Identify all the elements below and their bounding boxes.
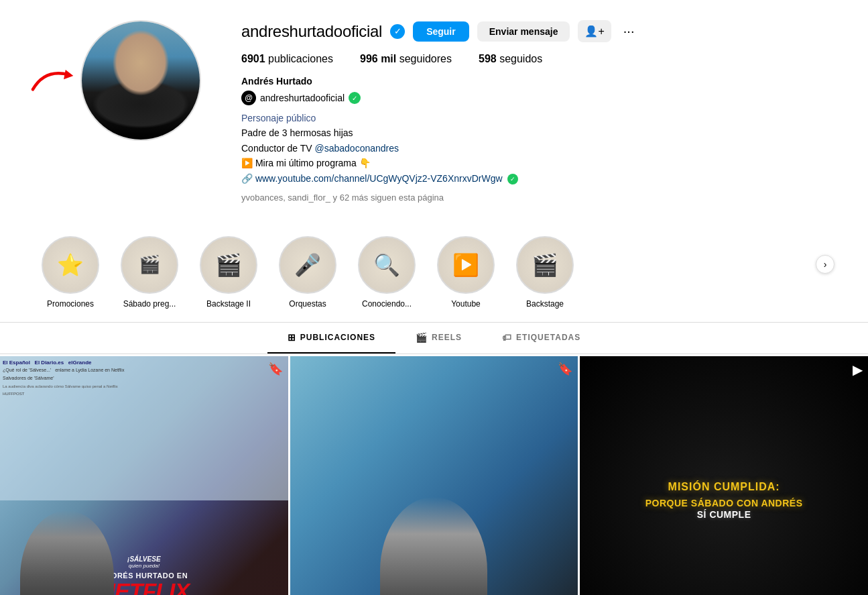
threads-row[interactable]: @ andreshurtadooficial ✓ [241,91,828,105]
tab-publicaciones[interactable]: ⊞ PUBLICACIONES [267,323,395,354]
public-figure-link[interactable]: Personaje público [241,113,316,123]
avatar-wrapper [80,20,201,141]
posts-label-text: publicaciones [268,53,333,64]
bio-line-3: Conductor de TV @sabadoconandres [241,141,828,156]
reels-tab-icon: 🎬 [416,332,428,343]
highlight-circle-backstage: 🎬 [516,236,574,294]
chevron-right-icon: › [824,259,827,270]
highlight-backstage2[interactable]: 🎬 Backstage II [198,236,259,309]
tabs-section: ⊞ PUBLICACIONES 🎬 REELS 🏷 ETIQUETADAS [0,323,868,354]
highlights-section: ⭐ Promociones 🎬 Sábado preg... 🎬 Backsta… [0,223,868,323]
tab-etiquetadas-label: ETIQUETADAS [516,333,580,342]
highlight-label-orquestas: Orquestas [289,299,326,309]
highlight-circle-backstage2: 🎬 [200,236,257,294]
profile-header: andreshurtadooficial ✓ Seguir Enviar men… [241,20,828,42]
add-person-icon: 👤+ [584,25,604,38]
highlight-backstage[interactable]: 🎬 Backstage [515,236,575,309]
highlight-label-sabado: Sábado preg... [123,299,176,309]
tab-publicaciones-label: PUBLICACIONES [300,333,375,342]
mutual-followers[interactable]: yvobances, sandi_flor_ y 62 más siguen e… [241,193,828,203]
tab-etiquetadas[interactable]: 🏷 ETIQUETADAS [482,323,601,354]
highlights-wrapper: ⭐ Promociones 🎬 Sábado preg... 🎬 Backsta… [40,236,828,309]
highlight-promociones[interactable]: ⭐ Promociones [40,236,101,309]
arrow-indicator [27,60,80,101]
url-verified-icon: ✓ [507,174,518,184]
highlight-circle-conociendo: 🔍 [358,236,416,294]
grid-icon: ⊞ [288,332,296,343]
stat-following[interactable]: 598 seguidos [479,53,542,65]
post-item-3[interactable]: MISIÓN CUMPLIDA: PORQUE SÁBADO CON ANDRÉ… [580,356,868,595]
username: andreshurtadooficial [241,22,382,41]
ellipsis-icon: ··· [623,23,635,38]
following-label-text: seguidos [499,53,542,64]
followers-label-text: seguidores [399,53,452,64]
add-person-button[interactable]: 👤+ [578,20,611,42]
highlight-conociendo[interactable]: 🔍 Conociendo... [357,236,417,309]
bookmark-icon-1: 🔖 [268,362,283,376]
svg-marker-0 [64,70,73,79]
highlight-label-promociones: Promociones [47,299,94,309]
highlight-orquestas[interactable]: 🎤 Orquestas [277,236,338,309]
profile-info: andreshurtadooficial ✓ Seguir Enviar men… [241,20,828,203]
bookmark-icon-2: 🔖 [558,362,572,376]
highlight-circle-promociones: ⭐ [42,236,99,294]
tag-icon: 🏷 [502,332,512,343]
highlight-circle-orquestas: 🎤 [279,236,336,294]
tab-reels[interactable]: 🎬 REELS [395,323,482,354]
seguir-button[interactable]: Seguir [413,21,469,42]
bio-line-1: Personaje público [241,111,828,125]
highlight-label-conociendo: Conociendo... [362,299,412,309]
post-item-1[interactable]: El Español El Diario.es elGrande ¿Qué ro… [0,356,288,595]
bio-line-5: 🔗 www.youtube.com/channel/UCgWyQVjz2-VZ6… [241,171,828,186]
stat-followers[interactable]: 996 mil seguidores [360,53,452,65]
stats-row: 6901 publicaciones 996 mil seguidores 59… [241,53,828,65]
posts-count: 6901 [241,53,265,64]
verified-badge-icon: ✓ [390,24,405,39]
sabadoconandres-link[interactable]: @sabadoconandres [314,143,399,154]
posts-grid: El Español El Diario.es elGrande ¿Qué ro… [0,354,868,595]
followers-count: 996 mil [360,53,396,64]
threads-icon: @ [241,91,256,105]
following-count: 598 [479,53,497,64]
highlights-next-button[interactable]: › [816,255,834,274]
highlight-label-backstage: Backstage [526,299,564,309]
highlight-sabado[interactable]: 🎬 Sábado preg... [119,236,180,309]
highlight-circle-youtube: ▶️ [437,236,495,294]
highlight-circle-sabado: 🎬 [121,236,178,294]
bio-section: Personaje público Padre de 3 hermosas hi… [241,111,828,186]
highlight-label-backstage2: Backstage II [206,299,251,309]
bio-line-2: Padre de 3 hermosas hijas [241,125,828,140]
mensaje-button[interactable]: Enviar mensaje [477,21,570,42]
bio-line-4: ▶️ Mira mi último programa 👇 [241,156,828,170]
avatar[interactable] [80,20,201,141]
post-item-2[interactable]: ¡SÁLVESE quien pueda! ANDRÉS HURTADO EN … [290,356,578,595]
youtube-link[interactable]: www.youtube.com/channel/UCgWyQVjz2-VZ6Xn… [255,173,503,184]
reels-badge-icon: ▶ [853,362,863,378]
stat-posts[interactable]: 6901 publicaciones [241,53,333,65]
more-options-button[interactable]: ··· [619,21,639,42]
display-name: Andrés Hurtado [241,76,828,87]
threads-username: andreshurtadooficial [260,93,345,103]
threads-verified-icon: ✓ [349,92,361,104]
highlight-label-youtube: Youtube [451,299,481,309]
profile-section: andreshurtadooficial ✓ Seguir Enviar men… [0,0,868,223]
highlight-youtube[interactable]: ▶️ Youtube [436,236,496,309]
tab-reels-label: REELS [432,333,462,342]
